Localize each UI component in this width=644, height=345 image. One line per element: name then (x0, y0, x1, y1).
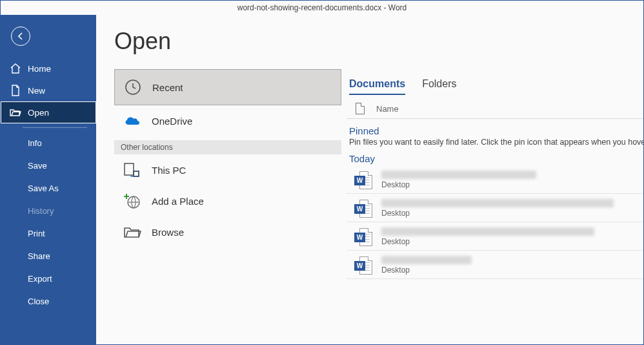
location-browse[interactable]: Browse (114, 216, 341, 247)
name-column-header[interactable]: Name (347, 95, 643, 119)
files-tabs: Documents Folders (347, 78, 643, 95)
clock-icon (124, 78, 142, 96)
svg-rect-1 (125, 163, 134, 175)
nav-open-label: Open (28, 108, 49, 118)
location-thispc-label: This PC (152, 165, 186, 176)
locations-column: Open Recent OneDrive Other locations (96, 15, 341, 344)
nav-export[interactable]: Export (1, 267, 96, 290)
file-location: Desktop (381, 209, 614, 218)
file-name-redacted (381, 171, 536, 179)
home-icon (10, 63, 21, 74)
word-doc-icon: W (354, 200, 372, 218)
page-title: Open (114, 28, 341, 55)
location-thispc[interactable]: This PC (114, 154, 341, 185)
location-onedrive[interactable]: OneDrive (114, 105, 341, 136)
file-location: Desktop (381, 266, 472, 275)
location-addplace-label: Add a Place (152, 196, 204, 207)
location-addplace[interactable]: Add a Place (114, 185, 341, 216)
location-recent-label: Recent (152, 82, 183, 93)
file-info: Desktop (381, 199, 614, 218)
nav-save[interactable]: Save (1, 154, 96, 177)
nav-home-label: Home (28, 64, 51, 74)
nav-info[interactable]: Info (1, 132, 96, 154)
file-info: Desktop (381, 227, 594, 246)
tab-documents[interactable]: Documents (349, 78, 405, 95)
nav-new[interactable]: New (1, 79, 96, 101)
file-location: Desktop (381, 237, 594, 246)
nav-history: History (1, 200, 96, 222)
file-location: Desktop (381, 180, 536, 189)
file-info: Desktop (381, 171, 536, 189)
location-onedrive-label: OneDrive (152, 116, 192, 127)
today-section-title: Today (349, 153, 643, 164)
pinned-section-title: Pinned (349, 125, 643, 136)
backstage-sidebar: Home New Open Info Save Save As History … (1, 15, 96, 344)
browse-folder-icon (123, 223, 141, 241)
location-browse-label: Browse (152, 227, 184, 238)
name-column-label: Name (376, 104, 399, 114)
nav-new-label: New (28, 86, 45, 96)
recent-file-row[interactable]: WDesktop (347, 251, 643, 279)
thispc-icon (123, 161, 141, 179)
other-locations-header: Other locations (114, 140, 341, 154)
word-doc-icon: W (354, 171, 372, 189)
file-info: Desktop (381, 256, 472, 275)
nav-save-as[interactable]: Save As (1, 177, 96, 200)
file-name-redacted (381, 256, 472, 264)
back-button[interactable] (11, 26, 30, 46)
arrow-left-icon (15, 31, 26, 41)
body: Home New Open Info Save Save As History … (1, 15, 643, 344)
file-list: WDesktopWDesktopWDesktopWDesktop (347, 165, 643, 279)
nav-share[interactable]: Share (1, 245, 96, 267)
file-name-redacted (381, 227, 594, 236)
tab-folders[interactable]: Folders (422, 78, 456, 95)
recent-file-row[interactable]: WDesktop (347, 165, 643, 194)
app-window: word-not-showing-recent-documents.docx -… (0, 0, 644, 345)
pinned-hint: Pin files you want to easily find later.… (349, 138, 643, 147)
document-title: word-not-showing-recent-documents.docx -… (237, 3, 407, 12)
titlebar: word-not-showing-recent-documents.docx -… (1, 1, 643, 15)
nav-close[interactable]: Close (1, 290, 96, 313)
location-recent[interactable]: Recent (114, 69, 341, 105)
nav-print[interactable]: Print (1, 222, 96, 245)
svg-rect-2 (134, 171, 139, 176)
folder-open-icon (10, 107, 21, 118)
new-doc-icon (10, 85, 21, 96)
word-doc-icon: W (354, 228, 372, 246)
main: Open Recent OneDrive Other locations (96, 15, 643, 344)
addplace-icon (123, 192, 141, 210)
nav-home[interactable]: Home (1, 58, 96, 79)
recent-file-row[interactable]: WDesktop (347, 222, 643, 251)
recent-file-row[interactable]: WDesktop (347, 194, 643, 222)
doc-outline-icon (356, 103, 365, 114)
sidebar-separator (23, 127, 87, 128)
files-column: Documents Folders Name Pinned Pin files … (341, 15, 643, 344)
onedrive-icon (123, 112, 141, 130)
word-doc-icon: W (354, 256, 372, 275)
nav-open[interactable]: Open (1, 101, 96, 123)
file-name-redacted (381, 199, 614, 207)
